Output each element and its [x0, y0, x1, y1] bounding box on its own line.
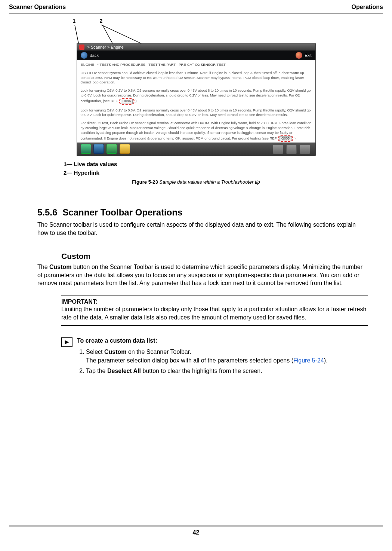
tip-title: ENGINE - * TESTS AND PROCEDURES - TEST T… — [81, 62, 312, 67]
legend-item-1: 1— Live data values — [64, 160, 392, 169]
ref-link-g005[interactable]: G005 — [280, 136, 291, 141]
custom-paragraph: The Custom button on the Scanner Toolbar… — [37, 263, 368, 287]
subheading-custom: Custom — [61, 252, 368, 261]
toolbar-icon-6[interactable] — [286, 144, 297, 154]
ref-link-g096[interactable]: G096 — [121, 99, 133, 104]
footer-rule — [9, 525, 383, 527]
header-right: Operations — [352, 4, 383, 10]
toolbar-icon-2[interactable] — [93, 144, 104, 154]
procedure-title: To create a custom data list: — [77, 337, 368, 345]
toolbar-icon-5[interactable] — [273, 144, 283, 154]
toolbar-icon-4[interactable] — [120, 144, 130, 154]
back-icon — [81, 52, 87, 59]
exit-icon — [296, 52, 302, 59]
home-icon[interactable] — [79, 45, 84, 50]
procedure-step-2: Tap the Deselect All button to clear the… — [86, 367, 368, 375]
toolbar-icon-7[interactable] — [300, 144, 310, 154]
toolbar-icon-3[interactable] — [107, 144, 117, 154]
figure-5-24-link[interactable]: Figure 5-24 — [293, 357, 324, 364]
toolbar-icon-1[interactable] — [81, 144, 91, 154]
header-rule — [9, 13, 383, 13]
callout-1: 1 — [73, 18, 76, 24]
tip-para-3: Look for varying O2V, 0.2V to 0.8V. O2 s… — [81, 108, 312, 118]
exit-button[interactable]: Exit — [296, 52, 311, 59]
header-left: Scanner Operations — [9, 4, 66, 10]
page-number: 42 — [193, 529, 200, 536]
screenshot: > Scanner > Engine Back Exit ENGINE - * … — [77, 43, 316, 156]
section-heading: 5.5.6Scanner Toolbar Operations — [37, 207, 368, 218]
tip-para-4: For direct O2 test, Back Probe O2 sensor… — [81, 121, 312, 142]
breadcrumb-text: > Scanner > Engine — [87, 45, 124, 49]
ss-footer-toolbar — [77, 143, 315, 156]
tip-para-2: Look for varying O2V, 0.2V to 0.8V. O2 s… — [81, 88, 312, 104]
tip-para-1: OBD II O2 sensor system should achieve c… — [81, 71, 312, 85]
procedure-icon — [61, 337, 72, 347]
back-button[interactable]: Back — [81, 52, 99, 59]
ss-breadcrumb-bar: > Scanner > Engine — [77, 44, 315, 50]
figure-5-23-container: 1 2 > Scanner > Engine — [73, 28, 320, 156]
procedure-step-1: Select Custom on the Scanner Toolbar. Th… — [86, 348, 368, 365]
callout-2: 2 — [100, 18, 103, 24]
tip-body: ENGINE - * TESTS AND PROCEDURES - TEST T… — [77, 60, 315, 143]
figure-caption: Figure 5-23 Sample data values within a … — [0, 179, 392, 185]
legend-item-2: 2— Hyperlink — [64, 169, 392, 177]
important-note: IMPORTANT: Limiting the number of parame… — [61, 296, 368, 326]
section-intro: The Scanner toolbar is used to configure… — [37, 221, 368, 237]
